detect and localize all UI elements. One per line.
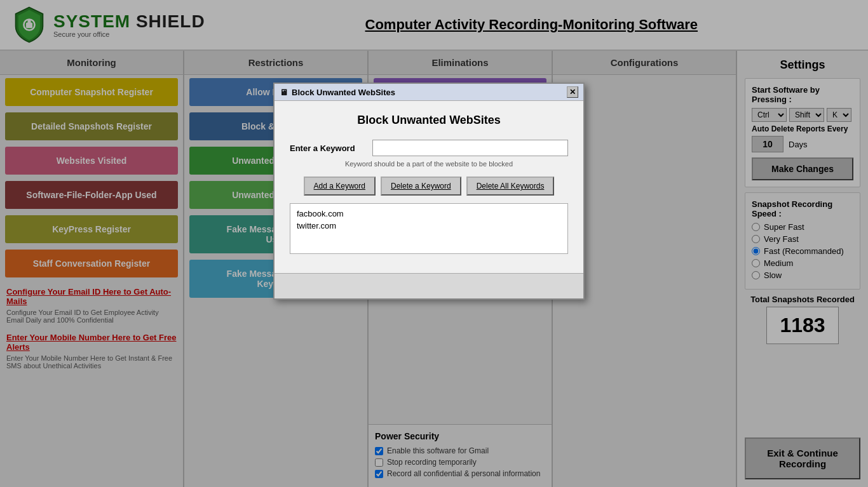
modal-titlebar: 🖥 Block Unwanted WebSites ✕: [275, 84, 583, 101]
block-websites-modal: 🖥 Block Unwanted WebSites ✕ Block Unwant…: [273, 83, 585, 300]
modal-heading: Block Unwanted WebSites: [290, 114, 568, 127]
delete-keyword-btn[interactable]: Delete a Keyword: [381, 177, 461, 196]
modal-keyword-list: facbook.com twitter.com: [290, 203, 568, 254]
modal-close-btn[interactable]: ✕: [567, 86, 578, 98]
modal-hint: Keyword should be a part of the website …: [290, 160, 568, 168]
list-item-twitter: twitter.com: [294, 220, 564, 232]
delete-all-keywords-btn[interactable]: Delete All Keywords: [466, 177, 555, 196]
modal-titlebar-text: Block Unwanted WebSites: [292, 88, 395, 97]
modal-keyword-input[interactable]: [372, 140, 568, 156]
list-item-facbook: facbook.com: [294, 208, 564, 220]
modal-overlay[interactable]: 🖥 Block Unwanted WebSites ✕ Block Unwant…: [0, 0, 868, 487]
modal-body: Block Unwanted WebSites Enter a Keyword …: [275, 101, 583, 273]
modal-titlebar-icon: 🖥: [280, 88, 288, 97]
modal-field-label: Enter a Keyword: [290, 143, 366, 153]
modal-btn-row: Add a Keyword Delete a Keyword Delete Al…: [290, 177, 568, 196]
add-keyword-btn[interactable]: Add a Keyword: [304, 177, 376, 196]
modal-input-row: Enter a Keyword: [290, 140, 568, 156]
modal-footer: [275, 273, 583, 298]
modal-title: 🖥 Block Unwanted WebSites: [280, 88, 395, 97]
